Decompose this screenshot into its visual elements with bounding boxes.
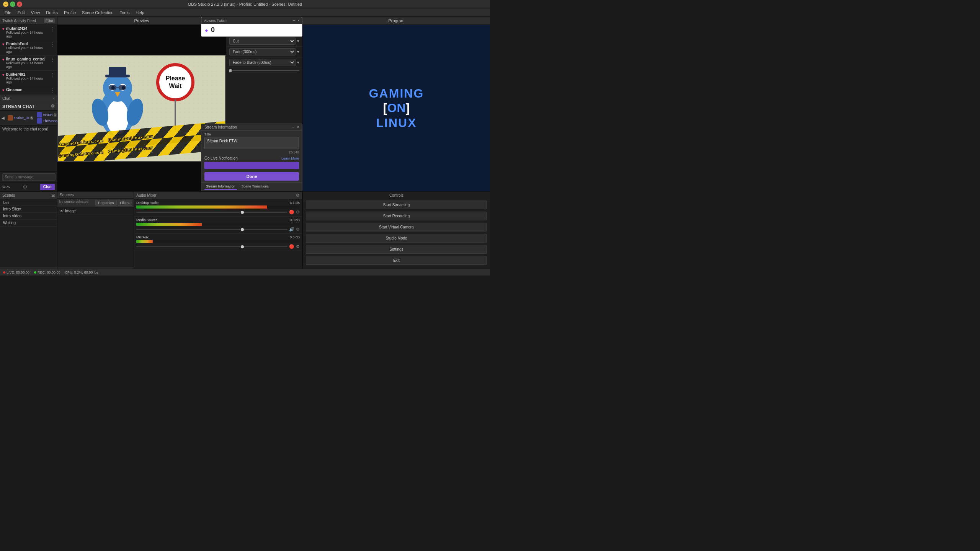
tab-scene-transitions[interactable]: Scene Transitions xyxy=(240,184,271,190)
go-live-input[interactable]: Steam Deck FTW! xyxy=(204,162,299,169)
scene-item-waiting[interactable]: Waiting xyxy=(0,220,57,227)
controls-panel: Controls Start Streaming Start Recording… xyxy=(302,192,490,276)
activity-menu-icon[interactable]: ⋮ xyxy=(50,57,55,62)
tab-stream-information[interactable]: Stream Information xyxy=(204,184,237,190)
infinity-icon: ⚙ xyxy=(2,185,6,189)
activity-menu-icon[interactable]: ⋮ xyxy=(50,72,55,78)
sources-list: 👁 Image xyxy=(57,207,134,267)
menu-tools[interactable]: Tools xyxy=(117,10,133,16)
scenes-label: Scenes xyxy=(2,193,15,197)
viewers-close-icon[interactable]: × xyxy=(297,18,300,23)
stream-info-header: Stream Information − × xyxy=(201,124,302,131)
learn-more-link[interactable]: Learn More xyxy=(281,156,299,160)
desktop-audio-meter xyxy=(136,205,300,209)
sources-panel-header: Sources xyxy=(57,192,134,199)
menu-edit[interactable]: Edit xyxy=(15,10,28,16)
desktop-slider-thumb[interactable] xyxy=(241,211,244,214)
mic-mute-button[interactable]: 🔴 xyxy=(289,244,294,249)
activity-action: Followed you • 14 hours ago xyxy=(6,77,49,84)
transition-select-3[interactable]: Fade to Black (300ms) Cut Fade (300ms) xyxy=(229,59,296,66)
maximize-button[interactable]: □ xyxy=(10,2,15,7)
scene-item-intro-video[interactable]: Intro Video xyxy=(0,213,57,220)
go-live-label: Go Live Notification xyxy=(204,156,238,160)
activity-username: bunker491 xyxy=(6,72,49,77)
transition-row-2: Fade (300ms) Cut Fade to Black ▾ xyxy=(226,47,302,57)
preview-header: Preview xyxy=(57,17,226,25)
stream-title-input[interactable]: Steam Deck FTW! xyxy=(204,137,299,149)
menu-view[interactable]: View xyxy=(28,10,43,16)
activity-action: Followed you • 14 hours ago xyxy=(6,46,49,54)
transition-select-2[interactable]: Fade (300ms) Cut Fade to Black xyxy=(229,48,296,55)
chat-infinity-indicator: ⚙ ∞ xyxy=(2,184,10,190)
transition-row-3: Fade to Black (300ms) Cut Fade (300ms) ▾ xyxy=(226,57,302,68)
filter-button[interactable]: Filter xyxy=(44,18,55,23)
media-slider-thumb[interactable] xyxy=(241,228,244,231)
menu-file[interactable]: File xyxy=(2,10,15,16)
program-section: Program GAMING [ON] LINUX xyxy=(302,17,490,191)
filters-button[interactable]: Filters xyxy=(118,200,132,206)
transition-dropdown-icon-3[interactable]: ▾ xyxy=(297,60,299,65)
close-icon[interactable]: × xyxy=(52,96,55,101)
source-item-image[interactable]: 👁 Image xyxy=(57,207,134,215)
transition-dropdown-icon-2[interactable]: ▾ xyxy=(297,49,299,54)
activity-item: ♥ FinnishFool Followed you • 14 hours ag… xyxy=(0,40,57,55)
preview-label: Preview xyxy=(59,18,224,23)
mic-audio-slider[interactable] xyxy=(136,246,287,247)
scene-item-live[interactable]: Live xyxy=(0,199,57,206)
stream-chat-settings-icon[interactable]: ⚙ xyxy=(51,104,55,109)
media-audio-gear-icon[interactable]: ⚙ xyxy=(296,227,300,232)
cpu-label: CPU: 5.2%, xyxy=(65,271,83,274)
minimize-button[interactable]: − xyxy=(3,2,8,7)
exit-button[interactable]: Exit xyxy=(306,256,487,265)
activity-menu-icon[interactable]: ⋮ xyxy=(50,26,55,32)
chat-divider: Chat × xyxy=(0,95,57,102)
audio-track-media: Media Source 0.0 dB 🔊 ⚙ xyxy=(134,217,302,234)
chat-footer-settings-icon[interactable]: ⚙ xyxy=(23,184,27,190)
stream-info-minimize-icon[interactable]: − xyxy=(292,125,294,129)
live-time: 00:00:00 xyxy=(16,271,29,274)
stream-info-close-icon[interactable]: × xyxy=(297,125,299,129)
activity-menu-icon[interactable]: ⋮ xyxy=(50,88,55,93)
start-streaming-button[interactable]: Start Streaming xyxy=(306,201,487,209)
desktop-audio-label: Desktop Audio xyxy=(136,201,158,205)
done-button[interactable]: Done xyxy=(204,172,299,181)
user-avatar-3 xyxy=(37,118,42,124)
start-recording-button[interactable]: Start Recording xyxy=(306,212,487,220)
mic-aux-label: Mic/Aux xyxy=(136,235,149,239)
audio-mixer-settings-icon[interactable]: ⚙ xyxy=(296,193,300,198)
studio-mode-button[interactable]: Studio Mode xyxy=(306,234,487,243)
settings-button[interactable]: Settings xyxy=(306,245,487,254)
gaming-on-linux-logo: GAMING [ON] LINUX xyxy=(369,86,424,130)
chat-message-input[interactable] xyxy=(2,173,56,181)
window-controls[interactable]: − □ × xyxy=(3,2,22,7)
menu-profile[interactable]: Profile xyxy=(61,10,79,16)
viewers-minimize-icon[interactable]: − xyxy=(293,18,295,23)
media-mute-button[interactable]: 🔊 xyxy=(289,227,294,232)
scenes-settings-icon[interactable]: ⊞ xyxy=(51,193,55,198)
window-title: OBS Studio 27.2.3 (linux) - Profile: Unt… xyxy=(22,2,468,7)
desktop-mute-button[interactable]: 🔴 xyxy=(289,210,294,215)
menu-docks[interactable]: Docks xyxy=(43,10,61,16)
on-word: ON xyxy=(387,101,405,115)
mic-audio-gear-icon[interactable]: ⚙ xyxy=(296,244,300,249)
properties-button[interactable]: Properties xyxy=(95,200,116,206)
activity-menu-icon[interactable]: ⋮ xyxy=(50,42,55,47)
scene-item-intro-silent[interactable]: Intro Silent xyxy=(0,206,57,213)
desktop-audio-slider[interactable] xyxy=(136,212,287,213)
rec-time: 00:00:00 xyxy=(47,271,60,274)
menu-help[interactable]: Help xyxy=(132,10,147,16)
transition-slider-thumb[interactable] xyxy=(229,69,232,72)
transition-dropdown-icon-1[interactable]: ▾ xyxy=(297,39,299,44)
source-visibility-icon[interactable]: 👁 xyxy=(60,209,64,213)
media-audio-slider[interactable] xyxy=(136,229,287,230)
user-avatar-1 xyxy=(8,115,13,121)
titlebar: − □ × OBS Studio 27.2.3 (linux) - Profil… xyxy=(0,0,490,8)
menu-scene-collection[interactable]: Scene Collection xyxy=(79,10,117,16)
chat-send-button[interactable]: Chat xyxy=(40,184,55,190)
chat-prev-arrow[interactable]: ◀ xyxy=(0,115,6,121)
mic-slider-thumb[interactable] xyxy=(241,245,244,248)
close-button[interactable]: × xyxy=(17,2,22,7)
transition-select-1[interactable]: Cut Fade Fade to Black xyxy=(229,37,296,45)
desktop-audio-gear-icon[interactable]: ⚙ xyxy=(296,210,300,215)
start-virtual-camera-button[interactable]: Start Virtual Camera xyxy=(306,223,487,231)
